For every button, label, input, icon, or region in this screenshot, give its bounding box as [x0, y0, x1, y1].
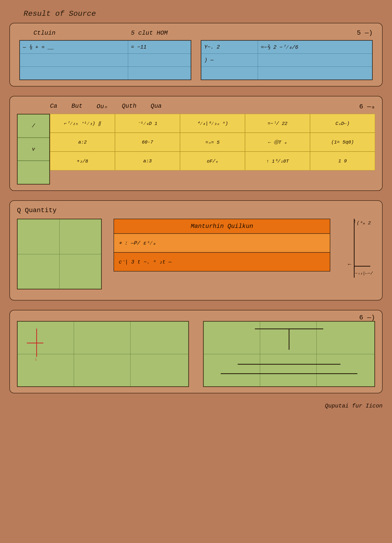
- orange-row2: c⁻| 3 t −. ⁿ ₂t —: [113, 253, 330, 272]
- gg-r1c2: [59, 219, 101, 254]
- orange-row2-content: c⁻| 3 t −. ⁿ ₂t —: [119, 259, 172, 265]
- yellow-row-1: ⌐⁷⁄₂ₕ ⁺¹⁄₃) ‖ ⁻¹⁄₄D 1 ⁴⁄₄|⁶⁄₃ₒ ⁿ) =−ˡ/ 2…: [50, 114, 375, 133]
- chart-axis: ↑ (ᵃₘ 2 ← −ₜ₅|←−/: [347, 219, 375, 294]
- green-cell-2: v: [17, 138, 50, 161]
- gg-r1c1: [18, 219, 60, 254]
- y-r1c1: ⌐⁷⁄₂ₕ ⁺¹⁄₃) ‖: [50, 114, 115, 133]
- table2-r3c2: [258, 67, 372, 80]
- section1-tables: — ⅙ + = __ = −11: [19, 40, 373, 80]
- orange-row1-content: ⌖ : —P/ εˢ⁄ₐ: [119, 240, 156, 246]
- col2-label: 5 clut HOM: [131, 29, 168, 37]
- yellow-row-3: +₂/8 a:3 oF/ₑ ↑ 1⁹/₁0T 1 9: [50, 152, 375, 170]
- y-r2c4: ← ⓞT ₑ: [245, 133, 310, 152]
- table1-r1c1: — ⅙ + = __: [20, 41, 128, 54]
- axis-label-top: (ᵃₘ 2: [357, 220, 371, 226]
- table1-r3c1: [20, 67, 128, 80]
- black-horizontal-top: [255, 328, 323, 329]
- table2-r2c2: [258, 54, 372, 67]
- table1-r1c2: = −11: [128, 41, 191, 54]
- chart-left: ↓: [17, 321, 189, 387]
- y-r3c4: ↑ 1⁹/₁0T: [245, 152, 310, 170]
- section2-card: Ca But Ouₙ Quth Qua 6 —ₐ / v ⌐⁷⁄₂ₕ ⁺¹⁄₃)…: [9, 96, 383, 191]
- s2-col-but: But: [71, 102, 83, 110]
- page-title: Result of Source: [9, 9, 383, 18]
- y-r1c4: =−ˡ/ 22: [245, 114, 310, 133]
- table1-r2c1: [20, 54, 128, 67]
- y-r2c2: 60-7: [115, 133, 180, 152]
- table1-r3c2: [128, 67, 191, 80]
- s2-col-out: Ouₙ: [97, 102, 108, 110]
- black-vertical-line: [289, 328, 290, 350]
- data-table: / v ⌐⁷⁄₂ₕ ⁺¹⁄₃) ‖ ⁻¹⁄₄D 1 ⁴⁄₄|⁶⁄₃ₒ ⁿ) =−…: [17, 114, 375, 185]
- orange-section: Manturhin Quilkun ⌖ : —P/ εˢ⁄ₐ c⁻| 3 t −…: [113, 219, 330, 272]
- table1-r2c2: [128, 54, 191, 67]
- chart-right: [203, 321, 375, 387]
- table2-r1c2: =−⅔ 2 −⁷⁄₈/6: [258, 41, 372, 54]
- blue-table-1: — ⅙ + = __ = −11: [19, 40, 191, 80]
- s2-col-ca: Ca: [50, 102, 57, 110]
- table2-r2c1: ) —: [202, 54, 258, 67]
- section2-badge: 6 —ₐ: [359, 102, 375, 110]
- axis-label-bot: −ₜ₅|←−/: [355, 271, 373, 276]
- yellow-section: ⌐⁷⁄₂ₕ ⁺¹⁄₃) ‖ ⁻¹⁄₄D 1 ⁴⁄₄|⁶⁄₃ₒ ⁿ) =−ˡ/ 2…: [50, 114, 375, 185]
- y-r3c5: 1 9: [310, 152, 375, 170]
- axis-vertical: [354, 219, 354, 278]
- section1-badge: 5 —): [357, 29, 373, 37]
- red-arrow-down: ↓: [34, 356, 37, 362]
- section4-content: ↓: [17, 321, 375, 387]
- green-col: / v: [17, 114, 50, 185]
- y-r2c5: (1= 5q0): [310, 133, 375, 152]
- green-cell-1: /: [17, 114, 50, 138]
- green-grid: [17, 219, 102, 289]
- main-container: Result of Source Ctluin 5 clut HOM 5 —) …: [9, 9, 383, 409]
- section4-badge: 6 —): [359, 314, 375, 321]
- y-r3c2: a:3: [115, 152, 180, 170]
- black-horizontal-bot: [238, 364, 340, 365]
- section3-content: Manturhin Quilkun ⌖ : —P/ εˢ⁄ₐ c⁻| 3 t −…: [17, 219, 375, 294]
- gg-r2c1: [18, 254, 60, 289]
- y-r1c5: CₑD←): [310, 114, 375, 133]
- red-horizontal-line: [27, 343, 43, 343]
- footer-text: Quputai fur Iicon: [9, 403, 383, 409]
- s2-col-quth: Quth: [122, 102, 136, 110]
- green-cell-3: [17, 161, 50, 184]
- section4-card: 6 —): [9, 310, 383, 393]
- table2-r3c1: [202, 67, 258, 80]
- blue-table-2: Y−. 2 =−⅔ 2 −⁷⁄₈/6 ) —: [201, 40, 373, 80]
- section2-col-labels: Ca But Ouₙ Quth Qua: [17, 102, 162, 110]
- col1-label: Ctluin: [34, 29, 56, 37]
- yellow-row-2: a:2 60-7 =ₙ= 5 ← ⓞT ₑ (1= 5q0): [50, 133, 375, 152]
- gg-r2c2: [59, 254, 101, 289]
- orange-row1: ⌖ : —P/ εˢ⁄ₐ: [113, 234, 330, 253]
- table2-r1c1: Y−. 2: [202, 41, 258, 54]
- section3-card: Q Quantity Manturhin Quilkun: [9, 200, 383, 300]
- section2-header: Ca But Ouₙ Quth Qua 6 —ₐ: [17, 102, 375, 110]
- section3-title: Q Quantity: [17, 207, 375, 214]
- axis-label-mid: ←: [348, 261, 351, 267]
- black-horizontal-bottom2: [221, 373, 358, 374]
- section1-header: Ctluin 5 clut HOM 5 —): [19, 29, 373, 37]
- section1-card: Ctluin 5 clut HOM 5 —) — ⅙ + = __ = −11: [9, 23, 383, 86]
- y-r3c3: oF/ₑ: [180, 152, 245, 170]
- y-r1c2: ⁻¹⁄₄D 1: [115, 114, 180, 133]
- y-r3c1: +₂/8: [50, 152, 115, 170]
- s2-col-qua: Qua: [151, 102, 162, 110]
- axis-horizontal: [354, 266, 370, 266]
- y-r1c3: ⁴⁄₄|⁶⁄₃ₒ ⁿ): [180, 114, 245, 133]
- y-r2c3: =ₙ= 5: [180, 133, 245, 152]
- orange-header: Manturhin Quilkun: [113, 219, 330, 234]
- y-r2c1: a:2: [50, 133, 115, 152]
